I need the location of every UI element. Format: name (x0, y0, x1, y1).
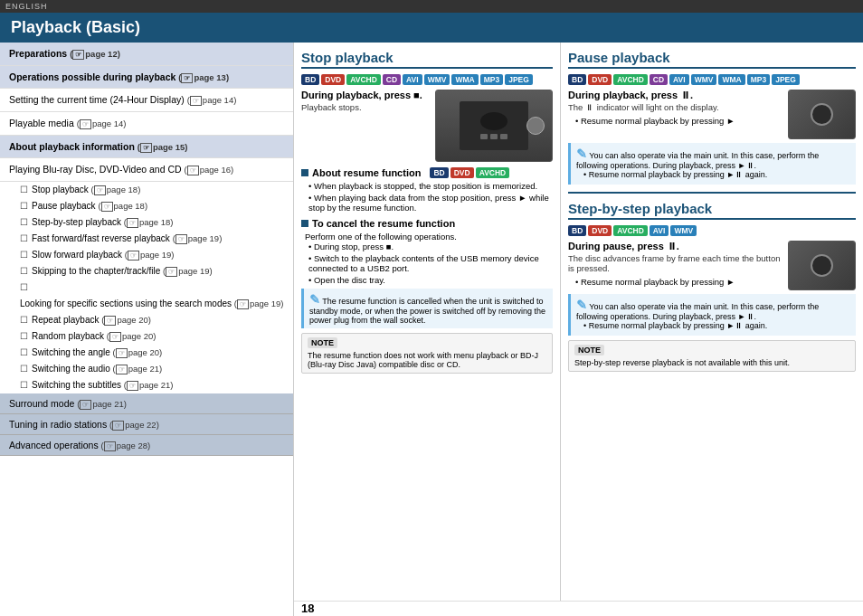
stop-device-image (435, 90, 553, 162)
top-bar: ENGLISH (0, 0, 863, 13)
tip-icon: ✎ (309, 292, 320, 307)
cancel-intro: Perform one of the following operations. (301, 232, 553, 242)
step-device-image (788, 241, 856, 290)
sidebar-sub-repeat[interactable]: ☐ Repeat playback (☞page 20) (0, 312, 293, 328)
content-area: Stop playback BD DVD AVCHD CD AVI WMV WM… (294, 43, 863, 616)
step-press-note: The disc advances frame by frame each ti… (568, 253, 782, 273)
page-title: Playback (Basic) (0, 13, 863, 43)
page-footer: 18 (294, 601, 863, 616)
resume-text2: When playing back data from the stop pos… (301, 193, 553, 213)
right-column: Pause playback BD DVD AVCHD CD AVI WMV W… (561, 43, 863, 601)
cancel-step2: Switch to the playback contents of the U… (301, 253, 553, 273)
sidebar: Preparations (☞page 12) Operations possi… (0, 43, 294, 616)
pause-playback-title: Pause playback (568, 50, 856, 69)
pause-resume-note: Resume normal playback by pressing ► (568, 116, 782, 126)
step-tip-note: Resume normal playback by pressing ►⏸ ag… (576, 321, 850, 330)
sidebar-item-playable-media[interactable]: Playable media (☞page 14) (0, 112, 293, 136)
sidebar-item-operations[interactable]: Operations possible during playback (☞pa… (0, 66, 293, 90)
stop-playback-title: Stop playback (301, 50, 553, 69)
cancel-section-title: To cancel the resume function (301, 218, 553, 229)
cancel-step1: During stop, press ■. (301, 242, 553, 251)
stop-press-line: During playback, press ■. (301, 90, 428, 100)
sidebar-sub-slow[interactable]: ☐ Slow forward playback (☞page 19) (0, 247, 293, 263)
sidebar-sub-step[interactable]: ☐ Step-by-step playback (☞page 18) (0, 214, 293, 231)
badge-bd: BD (301, 74, 319, 85)
page-number: 18 (294, 602, 314, 615)
badge-cd: CD (383, 74, 401, 85)
badge-mp3: MP3 (480, 74, 503, 85)
sidebar-sub-subtitles[interactable]: ☐ Switching the subtitles (☞page 21) (0, 377, 293, 393)
step-tip-icon: ✎ (576, 298, 587, 312)
pause-tip-box: ✎ You can also operate via the main unit… (568, 143, 856, 185)
resume-text1: When playback is stopped, the stop posit… (301, 181, 553, 191)
pause-indicator-note: The ⏸ indicator will light on the displa… (568, 102, 782, 112)
main-layout: Preparations (☞page 12) Operations possi… (0, 43, 863, 616)
step-resume-note: Resume normal playback by pressing ► (568, 277, 782, 287)
stop-note-box: NOTE The resume function does not work w… (301, 333, 553, 374)
step-content: During pause, press ⏸. The disc advances… (568, 241, 856, 290)
sidebar-advanced[interactable]: Advanced operations (☞page 28) (0, 435, 293, 456)
sidebar-sub-angle[interactable]: ☐ Switching the angle (☞page 20) (0, 345, 293, 361)
sidebar-sub-random[interactable]: ☐ Random playback (☞page 20) (0, 328, 293, 345)
badge-dvd: DVD (321, 74, 345, 85)
stop-playback-section: Stop playback BD DVD AVCHD CD AVI WMV WM… (294, 43, 561, 601)
sidebar-sub-ff[interactable]: ☐ Fast forward/fast reverse playback (☞p… (0, 231, 293, 247)
sidebar-sub-search[interactable]: ☐ Looking for specific sections using th… (0, 280, 293, 312)
pause-tip-note: Resume normal playback by pressing ►⏸ ag… (576, 170, 850, 179)
language-label: ENGLISH (5, 2, 48, 11)
section-divider (568, 192, 856, 194)
badge-avchd: AVCHD (346, 74, 381, 85)
pause-tip-icon: ✎ (576, 147, 587, 161)
step-press-line: During pause, press ⏸. (568, 241, 782, 251)
square-bullet-icon (301, 169, 308, 176)
pause-content: During playback, press ⏸. The ⏸ indicato… (568, 90, 856, 139)
pause-press-line: During playback, press ⏸. (568, 90, 782, 100)
sidebar-sub-audio[interactable]: ☐ Switching the audio (☞page 21) (0, 361, 293, 377)
step-playback-title: Step-by-step playback (568, 201, 856, 220)
pause-badges: BD DVD AVCHD CD AVI WMV WMA MP3 JPEG (568, 74, 856, 85)
badge-wmv: WMV (424, 74, 450, 85)
step-note-box: NOTE Step-by-step reverse playback is no… (568, 340, 856, 372)
square-bullet-icon2 (301, 220, 308, 227)
step-playback-section: Step-by-step playback BD DVD AVCHD AVI W… (568, 201, 856, 372)
stop-press-note: Playback stops. (301, 102, 428, 112)
sidebar-surround[interactable]: Surround mode (☞page 21) (0, 393, 293, 414)
sidebar-item-playing-bluray[interactable]: Playing Blu-ray Disc, DVD-Video and CD (… (0, 158, 293, 182)
step-badges: BD DVD AVCHD AVI WMV (568, 225, 856, 236)
sidebar-item-preparations[interactable]: Preparations (☞page 12) (0, 43, 293, 66)
resume-section-title: About resume function BD DVD AVCHD (301, 167, 553, 178)
sidebar-sub-skip[interactable]: ☐ Skipping to the chapter/track/file (☞p… (0, 263, 293, 280)
badge-avi: AVI (403, 74, 422, 85)
badge-jpeg: JPEG (505, 74, 533, 85)
sidebar-sub-stop[interactable]: ☐ Stop playback (☞page 18) (0, 182, 293, 198)
sidebar-item-about-playback[interactable]: About playback information (☞page 15) (0, 136, 293, 159)
stop-tip-box: ✎ The resume function is cancelled when … (301, 289, 553, 328)
stop-playback-badges: BD DVD AVCHD CD AVI WMV WMA MP3 JPEG (301, 74, 553, 85)
sidebar-item-setting-time[interactable]: Setting the current time (24-Hour Displa… (0, 89, 293, 112)
sidebar-tuning[interactable]: Tuning in radio stations (☞page 22) (0, 414, 293, 435)
badge-wma: WMA (451, 74, 478, 85)
pause-device-image (788, 90, 856, 139)
sidebar-sub-pause[interactable]: ☐ Pause playback (☞page 18) (0, 198, 293, 214)
pause-playback-section: Pause playback BD DVD AVCHD CD AVI WMV W… (568, 50, 856, 185)
step-tip-box: ✎ You can also operate via the main unit… (568, 294, 856, 336)
cancel-step3: Open the disc tray. (301, 275, 553, 285)
